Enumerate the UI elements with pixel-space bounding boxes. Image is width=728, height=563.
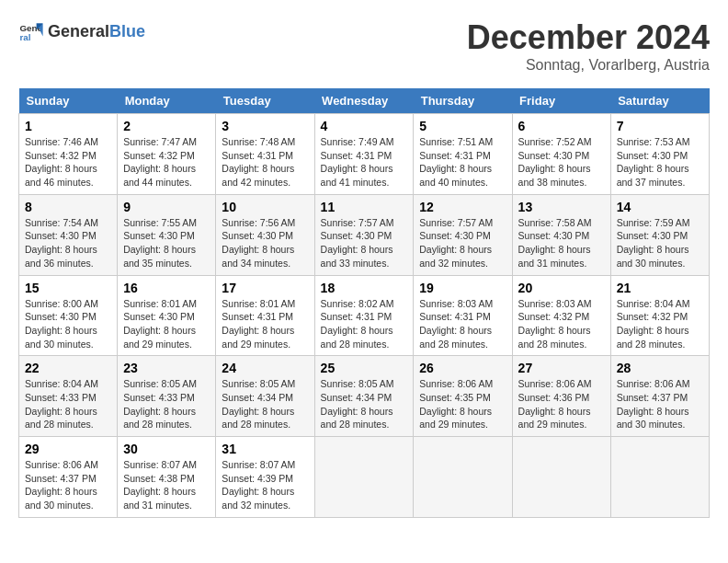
day-number: 2 [123, 119, 210, 133]
calendar-cell: 9 Sunrise: 7:55 AMSunset: 4:30 PMDayligh… [118, 194, 216, 275]
day-info: Sunrise: 8:01 AMSunset: 4:31 PMDaylight:… [222, 297, 308, 351]
calendar-cell [314, 437, 414, 518]
calendar-cell: 1 Sunrise: 7:46 AMSunset: 4:32 PMDayligh… [19, 114, 118, 195]
logo-general: General [48, 22, 109, 41]
day-info: Sunrise: 7:57 AMSunset: 4:30 PMDaylight:… [419, 216, 506, 270]
day-number: 10 [222, 200, 308, 214]
day-info: Sunrise: 8:05 AMSunset: 4:33 PMDaylight:… [123, 377, 210, 431]
day-number: 24 [222, 361, 308, 375]
day-info: Sunrise: 7:55 AMSunset: 4:30 PMDaylight:… [123, 216, 210, 270]
day-info: Sunrise: 7:57 AMSunset: 4:30 PMDaylight:… [321, 216, 408, 270]
weekday-header-monday: Monday [118, 88, 216, 114]
weekday-header-friday: Friday [512, 88, 610, 114]
calendar-cell: 6 Sunrise: 7:52 AMSunset: 4:30 PMDayligh… [512, 114, 610, 195]
calendar-week-row: 22 Sunrise: 8:04 AMSunset: 4:33 PMDaylig… [19, 356, 710, 437]
day-number: 3 [222, 119, 308, 133]
day-number: 15 [25, 281, 111, 295]
calendar-cell: 31 Sunrise: 8:07 AMSunset: 4:39 PMDaylig… [216, 437, 314, 518]
day-info: Sunrise: 8:06 AMSunset: 4:37 PMDaylight:… [617, 377, 703, 431]
calendar-week-row: 29 Sunrise: 8:06 AMSunset: 4:37 PMDaylig… [19, 437, 710, 518]
day-number: 31 [222, 442, 308, 456]
day-info: Sunrise: 7:51 AMSunset: 4:31 PMDaylight:… [419, 135, 506, 190]
day-info: Sunrise: 8:02 AMSunset: 4:31 PMDaylight:… [321, 297, 408, 351]
calendar-cell [610, 437, 709, 518]
calendar-week-row: 1 Sunrise: 7:46 AMSunset: 4:32 PMDayligh… [19, 114, 710, 195]
calendar-cell: 24 Sunrise: 8:05 AMSunset: 4:34 PMDaylig… [216, 356, 314, 437]
calendar-cell: 23 Sunrise: 8:05 AMSunset: 4:33 PMDaylig… [118, 356, 216, 437]
day-info: Sunrise: 8:04 AMSunset: 4:32 PMDaylight:… [617, 297, 703, 351]
calendar-cell: 28 Sunrise: 8:06 AMSunset: 4:37 PMDaylig… [610, 356, 709, 437]
day-info: Sunrise: 7:49 AMSunset: 4:31 PMDaylight:… [321, 135, 408, 190]
calendar-cell: 3 Sunrise: 7:48 AMSunset: 4:31 PMDayligh… [216, 114, 314, 195]
day-info: Sunrise: 8:03 AMSunset: 4:32 PMDaylight:… [518, 297, 605, 351]
logo-icon: Gene ral [18, 18, 44, 44]
day-number: 23 [123, 361, 210, 375]
day-info: Sunrise: 8:06 AMSunset: 4:37 PMDaylight:… [25, 458, 111, 512]
day-info: Sunrise: 8:00 AMSunset: 4:30 PMDaylight:… [25, 297, 111, 351]
location-subtitle: Sonntag, Vorarlberg, Austria [467, 57, 710, 74]
day-number: 6 [518, 119, 605, 133]
day-number: 17 [222, 281, 308, 295]
day-number: 13 [518, 200, 605, 214]
day-number: 26 [419, 361, 506, 375]
day-number: 1 [25, 119, 111, 133]
weekday-header-tuesday: Tuesday [216, 88, 314, 114]
day-number: 18 [321, 281, 408, 295]
calendar-cell [414, 437, 512, 518]
title-area: December 2024 Sonntag, Vorarlberg, Austr… [467, 18, 710, 74]
day-info: Sunrise: 7:53 AMSunset: 4:30 PMDaylight:… [617, 135, 703, 190]
day-number: 25 [321, 361, 408, 375]
svg-text:ral: ral [19, 32, 30, 42]
logo-blue: Blue [109, 22, 145, 41]
day-info: Sunrise: 7:46 AMSunset: 4:32 PMDaylight:… [25, 135, 111, 190]
day-info: Sunrise: 8:07 AMSunset: 4:39 PMDaylight:… [222, 458, 308, 512]
day-number: 5 [419, 119, 506, 133]
day-number: 14 [617, 200, 703, 214]
day-info: Sunrise: 7:52 AMSunset: 4:30 PMDaylight:… [518, 135, 605, 190]
day-number: 27 [518, 361, 605, 375]
weekday-header-sunday: Sunday [19, 88, 118, 114]
day-number: 16 [123, 281, 210, 295]
day-info: Sunrise: 7:58 AMSunset: 4:30 PMDaylight:… [518, 216, 605, 270]
calendar-cell: 29 Sunrise: 8:06 AMSunset: 4:37 PMDaylig… [19, 437, 118, 518]
calendar-cell: 13 Sunrise: 7:58 AMSunset: 4:30 PMDaylig… [512, 194, 610, 275]
calendar-cell: 21 Sunrise: 8:04 AMSunset: 4:32 PMDaylig… [610, 275, 709, 356]
weekday-header-thursday: Thursday [414, 88, 512, 114]
page-header: Gene ral General Blue December 2024 Sonn… [18, 18, 710, 74]
calendar-cell: 22 Sunrise: 8:04 AMSunset: 4:33 PMDaylig… [19, 356, 118, 437]
day-number: 21 [617, 281, 703, 295]
calendar-cell: 16 Sunrise: 8:01 AMSunset: 4:30 PMDaylig… [118, 275, 216, 356]
calendar-cell: 7 Sunrise: 7:53 AMSunset: 4:30 PMDayligh… [610, 114, 709, 195]
day-number: 4 [321, 119, 408, 133]
calendar-cell: 27 Sunrise: 8:06 AMSunset: 4:36 PMDaylig… [512, 356, 610, 437]
weekday-header-wednesday: Wednesday [314, 88, 414, 114]
day-number: 19 [419, 281, 506, 295]
day-info: Sunrise: 8:01 AMSunset: 4:30 PMDaylight:… [123, 297, 210, 351]
calendar-cell: 18 Sunrise: 8:02 AMSunset: 4:31 PMDaylig… [314, 275, 414, 356]
day-info: Sunrise: 7:47 AMSunset: 4:32 PMDaylight:… [123, 135, 210, 190]
calendar-cell: 5 Sunrise: 7:51 AMSunset: 4:31 PMDayligh… [414, 114, 512, 195]
month-title: December 2024 [467, 18, 710, 57]
day-info: Sunrise: 7:59 AMSunset: 4:30 PMDaylight:… [617, 216, 703, 270]
day-info: Sunrise: 7:54 AMSunset: 4:30 PMDaylight:… [25, 216, 111, 270]
calendar-cell [512, 437, 610, 518]
calendar-cell: 20 Sunrise: 8:03 AMSunset: 4:32 PMDaylig… [512, 275, 610, 356]
day-info: Sunrise: 8:07 AMSunset: 4:38 PMDaylight:… [123, 458, 210, 512]
calendar-cell: 14 Sunrise: 7:59 AMSunset: 4:30 PMDaylig… [610, 194, 709, 275]
day-number: 29 [25, 442, 111, 456]
day-number: 22 [25, 361, 111, 375]
calendar-cell: 19 Sunrise: 8:03 AMSunset: 4:31 PMDaylig… [414, 275, 512, 356]
day-number: 11 [321, 200, 408, 214]
calendar-cell: 10 Sunrise: 7:56 AMSunset: 4:30 PMDaylig… [216, 194, 314, 275]
calendar-week-row: 15 Sunrise: 8:00 AMSunset: 4:30 PMDaylig… [19, 275, 710, 356]
day-info: Sunrise: 8:06 AMSunset: 4:36 PMDaylight:… [518, 377, 605, 431]
calendar-week-row: 8 Sunrise: 7:54 AMSunset: 4:30 PMDayligh… [19, 194, 710, 275]
day-number: 8 [25, 200, 111, 214]
day-info: Sunrise: 8:06 AMSunset: 4:35 PMDaylight:… [419, 377, 506, 431]
day-number: 7 [617, 119, 703, 133]
weekday-header-saturday: Saturday [610, 88, 709, 114]
weekday-header-row: SundayMondayTuesdayWednesdayThursdayFrid… [19, 88, 710, 114]
day-info: Sunrise: 7:56 AMSunset: 4:30 PMDaylight:… [222, 216, 308, 270]
logo: Gene ral General Blue [18, 18, 145, 44]
calendar-cell: 4 Sunrise: 7:49 AMSunset: 4:31 PMDayligh… [314, 114, 414, 195]
